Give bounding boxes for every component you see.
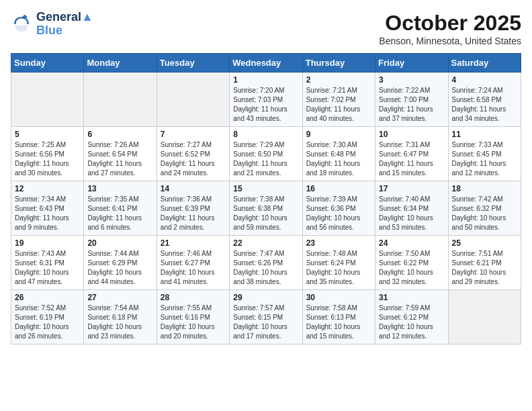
calendar-cell: 29Sunrise: 7:57 AM Sunset: 6:15 PM Dayli…	[230, 290, 302, 345]
calendar-cell	[157, 73, 229, 127]
calendar-cell: 25Sunrise: 7:51 AM Sunset: 6:21 PM Dayli…	[448, 236, 521, 290]
day-number: 12	[15, 184, 80, 193]
day-number: 6	[87, 130, 152, 139]
day-number: 8	[233, 130, 298, 139]
day-info: Sunrise: 7:33 AM Sunset: 6:45 PM Dayligh…	[452, 140, 517, 178]
calendar-cell	[11, 73, 84, 127]
calendar-week-row: 19Sunrise: 7:43 AM Sunset: 6:31 PM Dayli…	[11, 236, 521, 290]
day-info: Sunrise: 7:30 AM Sunset: 6:48 PM Dayligh…	[306, 140, 371, 178]
calendar-table: SundayMondayTuesdayWednesdayThursdayFrid…	[11, 53, 521, 345]
day-number: 23	[306, 238, 371, 248]
weekday-header: Thursday	[302, 54, 375, 73]
day-number: 19	[15, 238, 80, 248]
day-number: 26	[15, 293, 80, 302]
weekday-header: Tuesday	[157, 54, 229, 73]
calendar-cell: 16Sunrise: 7:39 AM Sunset: 6:36 PM Dayli…	[302, 181, 375, 236]
logo: General▲ Blue	[11, 11, 93, 38]
title-block: October 2025 Benson, Minnesota, United S…	[379, 11, 521, 46]
day-number: 24	[379, 238, 444, 248]
day-info: Sunrise: 7:44 AM Sunset: 6:29 PM Dayligh…	[87, 249, 152, 287]
calendar-cell: 21Sunrise: 7:46 AM Sunset: 6:27 PM Dayli…	[157, 236, 229, 290]
weekday-header: Friday	[375, 54, 448, 73]
calendar-cell: 6Sunrise: 7:26 AM Sunset: 6:54 PM Daylig…	[84, 127, 157, 181]
day-number: 25	[452, 238, 517, 248]
day-number: 21	[161, 238, 226, 248]
calendar-cell: 22Sunrise: 7:47 AM Sunset: 6:26 PM Dayli…	[230, 236, 302, 290]
day-info: Sunrise: 7:21 AM Sunset: 7:02 PM Dayligh…	[306, 86, 371, 124]
day-number: 16	[306, 184, 371, 193]
calendar-cell: 23Sunrise: 7:48 AM Sunset: 6:24 PM Dayli…	[302, 236, 375, 290]
day-number: 13	[87, 184, 152, 193]
day-info: Sunrise: 7:34 AM Sunset: 6:43 PM Dayligh…	[15, 195, 80, 232]
calendar-cell: 15Sunrise: 7:38 AM Sunset: 6:38 PM Dayli…	[230, 181, 302, 236]
day-number: 14	[161, 184, 226, 193]
day-number: 1	[233, 75, 298, 85]
day-number: 5	[15, 130, 80, 139]
day-number: 2	[306, 75, 371, 85]
calendar-week-row: 5Sunrise: 7:25 AM Sunset: 6:56 PM Daylig…	[11, 127, 521, 181]
day-info: Sunrise: 7:40 AM Sunset: 6:34 PM Dayligh…	[379, 195, 444, 232]
calendar-cell	[448, 290, 521, 345]
day-info: Sunrise: 7:39 AM Sunset: 6:36 PM Dayligh…	[306, 195, 371, 232]
day-info: Sunrise: 7:24 AM Sunset: 6:58 PM Dayligh…	[452, 86, 517, 124]
calendar-cell: 7Sunrise: 7:27 AM Sunset: 6:52 PM Daylig…	[157, 127, 229, 181]
day-number: 27	[87, 293, 152, 302]
calendar-cell: 12Sunrise: 7:34 AM Sunset: 6:43 PM Dayli…	[11, 181, 84, 236]
day-info: Sunrise: 7:35 AM Sunset: 6:41 PM Dayligh…	[87, 195, 152, 232]
calendar-cell: 11Sunrise: 7:33 AM Sunset: 6:45 PM Dayli…	[448, 127, 521, 181]
day-info: Sunrise: 7:58 AM Sunset: 6:13 PM Dayligh…	[306, 304, 371, 341]
logo-icon	[11, 13, 32, 35]
day-number: 4	[452, 75, 517, 85]
calendar-cell: 27Sunrise: 7:54 AM Sunset: 6:18 PM Dayli…	[84, 290, 157, 345]
calendar-cell	[84, 73, 157, 127]
day-number: 20	[87, 238, 152, 248]
day-number: 31	[379, 293, 444, 302]
calendar-cell: 26Sunrise: 7:52 AM Sunset: 6:19 PM Dayli…	[11, 290, 84, 345]
day-info: Sunrise: 7:29 AM Sunset: 6:50 PM Dayligh…	[233, 140, 298, 178]
day-number: 9	[306, 130, 371, 139]
weekday-header: Saturday	[448, 54, 521, 73]
day-info: Sunrise: 7:48 AM Sunset: 6:24 PM Dayligh…	[306, 249, 371, 287]
day-number: 11	[452, 130, 517, 139]
calendar-cell: 19Sunrise: 7:43 AM Sunset: 6:31 PM Dayli…	[11, 236, 84, 290]
day-number: 3	[379, 75, 444, 85]
day-info: Sunrise: 7:42 AM Sunset: 6:32 PM Dayligh…	[452, 195, 517, 232]
day-info: Sunrise: 7:52 AM Sunset: 6:19 PM Dayligh…	[15, 304, 80, 341]
calendar-cell: 31Sunrise: 7:59 AM Sunset: 6:12 PM Dayli…	[375, 290, 448, 345]
day-info: Sunrise: 7:51 AM Sunset: 6:21 PM Dayligh…	[452, 249, 517, 287]
day-info: Sunrise: 7:47 AM Sunset: 6:26 PM Dayligh…	[233, 249, 298, 287]
day-info: Sunrise: 7:22 AM Sunset: 7:00 PM Dayligh…	[379, 86, 444, 124]
day-info: Sunrise: 7:55 AM Sunset: 6:16 PM Dayligh…	[161, 304, 226, 341]
location: Benson, Minnesota, United States	[379, 36, 521, 46]
calendar-cell: 8Sunrise: 7:29 AM Sunset: 6:50 PM Daylig…	[230, 127, 302, 181]
day-info: Sunrise: 7:54 AM Sunset: 6:18 PM Dayligh…	[87, 304, 152, 341]
day-info: Sunrise: 7:26 AM Sunset: 6:54 PM Dayligh…	[87, 140, 152, 178]
day-info: Sunrise: 7:20 AM Sunset: 7:03 PM Dayligh…	[233, 86, 298, 124]
calendar-cell: 1Sunrise: 7:20 AM Sunset: 7:03 PM Daylig…	[230, 73, 302, 127]
calendar-cell: 30Sunrise: 7:58 AM Sunset: 6:13 PM Dayli…	[302, 290, 375, 345]
calendar-cell: 28Sunrise: 7:55 AM Sunset: 6:16 PM Dayli…	[157, 290, 229, 345]
day-number: 22	[233, 238, 298, 248]
weekday-header: Monday	[84, 54, 157, 73]
calendar-cell: 2Sunrise: 7:21 AM Sunset: 7:02 PM Daylig…	[302, 73, 375, 127]
day-number: 29	[233, 293, 298, 302]
calendar-cell: 24Sunrise: 7:50 AM Sunset: 6:22 PM Dayli…	[375, 236, 448, 290]
day-number: 30	[306, 293, 371, 302]
day-info: Sunrise: 7:25 AM Sunset: 6:56 PM Dayligh…	[15, 140, 80, 178]
weekday-header: Sunday	[11, 54, 84, 73]
calendar-cell: 9Sunrise: 7:30 AM Sunset: 6:48 PM Daylig…	[302, 127, 375, 181]
day-info: Sunrise: 7:50 AM Sunset: 6:22 PM Dayligh…	[379, 249, 444, 287]
calendar-cell: 20Sunrise: 7:44 AM Sunset: 6:29 PM Dayli…	[84, 236, 157, 290]
calendar-cell: 17Sunrise: 7:40 AM Sunset: 6:34 PM Dayli…	[375, 181, 448, 236]
day-number: 17	[379, 184, 444, 193]
day-info: Sunrise: 7:46 AM Sunset: 6:27 PM Dayligh…	[161, 249, 226, 287]
calendar-cell: 14Sunrise: 7:36 AM Sunset: 6:39 PM Dayli…	[157, 181, 229, 236]
day-info: Sunrise: 7:27 AM Sunset: 6:52 PM Dayligh…	[161, 140, 226, 178]
day-info: Sunrise: 7:31 AM Sunset: 6:47 PM Dayligh…	[379, 140, 444, 178]
page-header: General▲ Blue October 2025 Benson, Minne…	[11, 11, 521, 46]
logo-text: General▲ Blue	[36, 11, 93, 38]
calendar-cell: 3Sunrise: 7:22 AM Sunset: 7:00 PM Daylig…	[375, 73, 448, 127]
calendar-cell: 5Sunrise: 7:25 AM Sunset: 6:56 PM Daylig…	[11, 127, 84, 181]
day-info: Sunrise: 7:43 AM Sunset: 6:31 PM Dayligh…	[15, 249, 80, 287]
calendar-cell: 13Sunrise: 7:35 AM Sunset: 6:41 PM Dayli…	[84, 181, 157, 236]
